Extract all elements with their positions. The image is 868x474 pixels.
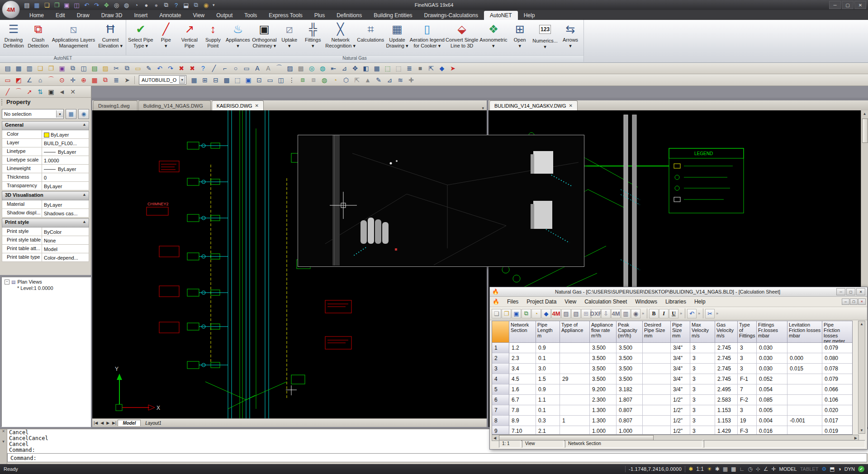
ribbon-tab[interactable]: Drawings-Calculations xyxy=(418,11,484,20)
snap-grid-icon[interactable]: ▦ xyxy=(723,466,728,472)
pipe-arc-icon[interactable]: ⌒ xyxy=(14,87,24,97)
5[interactable]: 5 1.6 0.9 9.200 3.182 3/4" 3 2.495 7 0.0… xyxy=(492,384,852,395)
4[interactable]: 4 4.5 1.5 29 3.500 3.500 3/4" 3 2.745 F-… xyxy=(492,374,852,384)
column-header[interactable]: Desired Pipe Size mm xyxy=(643,321,671,343)
column-header[interactable]: Appliance flow rate m³/h xyxy=(590,321,617,343)
property-row[interactable]: Print table typeColor-depend... xyxy=(2,253,89,262)
crosshair-icon[interactable]: ✛ xyxy=(771,466,776,472)
target-icon[interactable]: ⊕ xyxy=(79,75,89,85)
ribbon-button[interactable]: ♨ Appliances ▾ xyxy=(225,20,251,55)
italic-button[interactable]: I xyxy=(659,309,669,318)
ribbon-button[interactable]: ▯ Aeration legend for Cooker ▾ xyxy=(409,20,445,55)
ribbon-button[interactable]: ╬ Fittings ▾ xyxy=(301,20,325,55)
save-icon[interactable]: ▣ xyxy=(62,1,71,9)
array-icon[interactable]: ▦ xyxy=(372,63,382,73)
ribbon-tab[interactable]: Building Entities xyxy=(368,11,418,20)
quick-select-button[interactable]: ▦ xyxy=(66,109,76,119)
new-sheet-icon[interactable]: ❏ xyxy=(492,309,501,318)
tree-expander-icon[interactable]: − xyxy=(5,280,9,284)
preview-sheet-icon[interactable]: ◔ xyxy=(531,309,541,318)
ribbon-tab[interactable]: Output xyxy=(210,11,238,20)
ribbon-button[interactable]: ⊞ Open ▾ xyxy=(508,20,531,55)
row-number[interactable]: 7 xyxy=(492,405,509,416)
column-header[interactable] xyxy=(492,321,509,343)
columns-icon[interactable]: ◫ xyxy=(276,75,286,85)
transparency-icon[interactable]: ◑ xyxy=(838,466,841,472)
ribbon-tab[interactable]: View xyxy=(187,11,210,20)
paste-icon[interactable]: ▭ xyxy=(133,63,143,73)
row-number[interactable]: 1 xyxy=(492,343,509,353)
publish-icon[interactable]: ▤ xyxy=(90,63,100,73)
tab-close-icon[interactable]: ✕ xyxy=(569,103,573,108)
ribbon-button[interactable]: 123 Numerics... ▾ xyxy=(531,20,559,55)
tab-close-icon[interactable]: ✕ xyxy=(255,103,259,108)
ribbon-button[interactable]: ⧉ Clash Detection xyxy=(26,20,51,55)
annotation-visibility-icon[interactable]: ☀ xyxy=(707,466,712,472)
undo-icon[interactable]: ↶ xyxy=(155,63,165,73)
dyn-toggle[interactable]: DYN xyxy=(844,466,855,472)
fourm-cad-icon[interactable]: 4M xyxy=(611,309,621,318)
row-number[interactable]: 2 xyxy=(492,353,509,364)
save-icon[interactable]: ▣ xyxy=(57,63,67,73)
column-header[interactable]: Pipe Length m xyxy=(536,321,560,343)
angle-icon[interactable]: ⊿ xyxy=(339,63,349,73)
property-row[interactable]: Print styleByColor xyxy=(2,228,89,236)
cut-icon[interactable]: ✂ xyxy=(111,63,121,73)
pipe-line-icon[interactable]: ╱ xyxy=(3,87,13,97)
7[interactable]: 7 7.8 0.1 1.300 0.807 1/2" 3 1.153 3 0.0… xyxy=(492,405,852,416)
open-sheet-icon[interactable]: ❐ xyxy=(502,309,511,318)
fourm-icon[interactable]: 4M xyxy=(551,309,561,318)
9[interactable]: 9 7.10 2.1 1.000 1.000 1/2" 3 1.429 F-3 … xyxy=(492,426,852,435)
cut-button[interactable]: ✂ xyxy=(705,309,715,318)
cross-icon[interactable]: ✛ xyxy=(68,75,78,85)
drawing-tab[interactable]: KAERISO.DWG ✕ xyxy=(212,100,264,110)
row-number[interactable]: 4 xyxy=(492,374,509,384)
sheet-edit-icon[interactable]: ▧ xyxy=(571,309,581,318)
hatch-icon[interactable]: ▨ xyxy=(285,63,295,73)
menu-item[interactable]: Project Data xyxy=(522,297,560,306)
open-file-icon[interactable]: ❐ xyxy=(52,1,61,9)
plus-icon[interactable]: ✚ xyxy=(406,75,416,85)
ribbon-tab[interactable]: Express Tools xyxy=(263,11,308,20)
column-header[interactable]: Type of Fittings xyxy=(738,321,757,343)
rectangle-icon[interactable]: ▭ xyxy=(242,63,251,73)
ribbon-tab[interactable]: Draw xyxy=(71,11,95,20)
layout-nav-icon[interactable]: ◀ xyxy=(99,421,105,425)
bld-icon[interactable]: ▦ xyxy=(14,63,24,73)
plot-icon[interactable]: ⧉ xyxy=(68,63,78,73)
help-icon[interactable]: ? xyxy=(172,1,180,9)
export-icon[interactable]: ▨ xyxy=(100,63,110,73)
pick-icon[interactable]: ➤ xyxy=(448,63,458,73)
ribbon-tab[interactable]: Tools xyxy=(238,11,263,20)
dots-icon[interactable]: ⋮ xyxy=(287,75,297,85)
pipe-pair-icon[interactable]: ⇅ xyxy=(35,87,45,97)
row-number[interactable]: 6 xyxy=(492,395,509,405)
layout-nav-icon[interactable]: |◀ xyxy=(92,421,99,425)
print-icon[interactable]: ⧉ xyxy=(162,1,171,9)
toolbar-overflow-icon[interactable]: » xyxy=(697,311,701,316)
osnap-icon[interactable]: ⊹ xyxy=(756,466,760,472)
opening-icon[interactable]: ◩ xyxy=(14,75,24,85)
globe2-icon[interactable]: ◍ xyxy=(318,63,327,73)
toolbar-overflow-icon[interactable]: » xyxy=(715,311,719,316)
bld-folder-icon[interactable]: ▦ xyxy=(33,1,41,9)
annotation-scale-label[interactable]: 1:1 xyxy=(696,466,704,472)
property-row[interactable]: ColorByLayer xyxy=(2,130,89,139)
row-number[interactable]: 5 xyxy=(492,384,509,395)
column-header[interactable]: Peak Capacity (m³/h) xyxy=(617,321,643,343)
book-icon[interactable]: ◆ xyxy=(541,309,551,318)
sheet-import-icon[interactable]: ▨ xyxy=(561,309,571,318)
ribbon-button[interactable]: ☰ Drawing Definition xyxy=(1,20,26,55)
save-as-icon[interactable]: ◫ xyxy=(72,1,81,9)
box-icon[interactable]: ⊡ xyxy=(254,75,264,85)
bld-document-icon[interactable]: ▤ xyxy=(23,1,31,9)
property-row[interactable]: Linetype scale1.0000 xyxy=(2,156,89,165)
redo-icon[interactable]: ↷ xyxy=(92,1,101,9)
close-button[interactable]: ✕ xyxy=(854,1,866,9)
grid-red-icon[interactable]: ▦ xyxy=(90,75,100,85)
publish-icon[interactable]: ⬓ xyxy=(182,1,190,9)
sliders-icon[interactable]: ≋ xyxy=(395,75,405,85)
zoom-icon[interactable]: ◎ xyxy=(112,1,121,9)
copy-sheet-icon[interactable]: ⧉ xyxy=(192,1,200,9)
drawing-tab[interactable]: Drawing1.dwg xyxy=(93,100,138,110)
